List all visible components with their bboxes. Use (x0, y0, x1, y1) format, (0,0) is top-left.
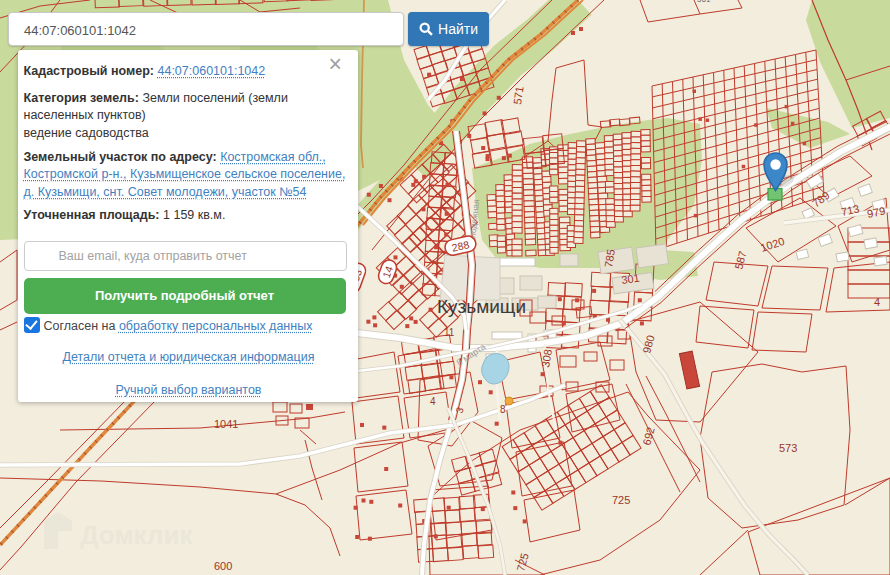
svg-text:571: 571 (511, 85, 525, 105)
svg-text:1041: 1041 (214, 418, 238, 430)
svg-text:600: 600 (214, 560, 232, 572)
svg-text:Кузьмищи: Кузьмищи (437, 296, 526, 317)
svg-text:11: 11 (444, 327, 455, 338)
svg-text:4: 4 (874, 296, 880, 308)
svg-text:Домклик: Домклик (80, 520, 193, 550)
svg-text:301: 301 (621, 272, 641, 286)
svg-text:725: 725 (612, 494, 630, 506)
svg-text:4: 4 (430, 396, 436, 407)
svg-text:573: 573 (779, 442, 797, 454)
svg-text:8: 8 (500, 404, 506, 415)
svg-text:561: 561 (697, 0, 711, 4)
